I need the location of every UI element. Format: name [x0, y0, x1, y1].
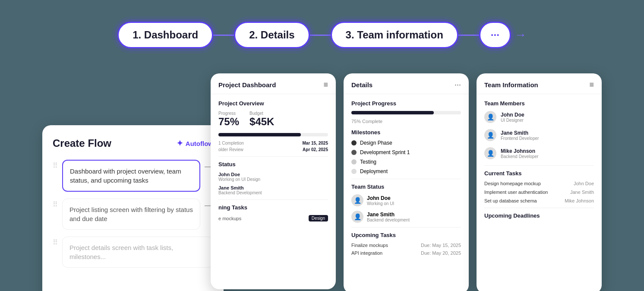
- milestone-item-4: Deployment: [351, 168, 461, 174]
- dashboard-panel: Project Dashboard ≡ Project Overview Pro…: [211, 73, 336, 289]
- dashboard-panel-header: Project Dashboard ≡: [211, 73, 336, 94]
- deadline-row-1: 1 Completion Mar 15, 2025: [218, 141, 328, 146]
- member-item-3: 👤 Mike Johnson Backend Developer: [484, 147, 594, 159]
- step-more-pill[interactable]: ···: [479, 22, 511, 48]
- budget-value: $45K: [249, 116, 274, 127]
- current-task-person-3: Mike Johnson: [565, 198, 594, 203]
- autoflow-badge[interactable]: ✦ Autoflow: [177, 139, 213, 148]
- flow-item-box-1[interactable]: Dashboard with project overview, team st…: [62, 160, 200, 192]
- member-item-2: 👤 Jane Smith Frontend Developer: [484, 129, 594, 141]
- create-flow-header: Create Flow ✦ Autoflow: [53, 137, 213, 149]
- progress-bar: [218, 133, 328, 136]
- upcoming-task-name-2: API integration: [351, 250, 382, 256]
- milestone-dot-2: [351, 150, 357, 155]
- upcoming-task-name-1: Finalize mockups: [351, 243, 388, 248]
- progress-stat: Progress 75%: [218, 111, 239, 128]
- milestone-label-3: Testing: [360, 159, 376, 165]
- autoflow-icon: ✦: [177, 139, 183, 148]
- team-status-item-2: 👤 Jane Smith Backend development: [351, 211, 461, 223]
- details-panel-title: Details: [351, 81, 373, 89]
- step-1-pill[interactable]: 1. Dashboard: [117, 22, 213, 48]
- details-divider-2: [351, 227, 461, 228]
- budget-stat: Budget $45K: [249, 111, 274, 128]
- status-item-2: Jane Smith Backend Development: [218, 185, 328, 195]
- team-members-title: Team Members: [484, 100, 594, 107]
- details-panel: Details ··· Project Progress 75% Complet…: [344, 73, 469, 291]
- progress-percent: 75% Complete: [351, 119, 461, 124]
- details-panel-content: Project Progress 75% Complete Milestones…: [344, 94, 469, 264]
- team-menu-icon[interactable]: ≡: [589, 80, 594, 89]
- step-2-pill[interactable]: 2. Details: [234, 22, 309, 48]
- dashboard-menu-icon[interactable]: ≡: [323, 80, 328, 89]
- current-task-name-2: Implement user authentication: [484, 190, 548, 195]
- milestone-label-2: Development Sprint 1: [360, 149, 410, 155]
- details-divider-1: [351, 179, 461, 179]
- deadline-date-1: Mar 15, 2025: [303, 141, 328, 146]
- status-section-title: Status: [218, 161, 328, 168]
- member-role-2: Frontend Developer: [501, 136, 539, 141]
- steps-arrow-icon: →: [515, 28, 527, 42]
- deadline-row-2: older Review Apr 02, 2025: [218, 147, 328, 152]
- team-panel-title: Team Information: [484, 81, 538, 89]
- upcoming-task-2: API integration Due: May 20, 2025: [351, 250, 461, 256]
- deadline-label-1: 1 Completion: [218, 141, 244, 146]
- dashboard-panel-content: Project Overview Progress 75% Budget $45…: [211, 94, 336, 231]
- details-panel-header: Details ···: [344, 73, 469, 94]
- milestone-item-3: Testing: [351, 159, 461, 165]
- flow-item-box-3: Project details screen with task lists, …: [62, 237, 213, 268]
- upcoming-task-date-1: Due: May 15, 2025: [421, 243, 461, 248]
- member-role-3: Backend Developer: [501, 154, 538, 159]
- member-name-2: Jane Smith: [501, 130, 539, 136]
- team-member-sub-1: Working on UI: [367, 201, 394, 206]
- current-task-3: Set up database schema Mike Johnson: [484, 198, 594, 203]
- team-member-sub-2: Backend development: [367, 218, 410, 222]
- current-task-person-2: Jane Smith: [570, 190, 594, 195]
- flow-item-1: ⠿ Dashboard with project overview, team …: [53, 160, 213, 192]
- flow-item-2: ⠿ Project listing screen with filtering …: [53, 199, 213, 230]
- details-progress-bar: [351, 111, 461, 114]
- current-task-name-1: Design homepage mockup: [484, 181, 541, 186]
- steps-navigation: 1. Dashboard 2. Details 3. Team informat…: [0, 22, 644, 48]
- upcoming-deadlines-title: Upcoming Deadlines: [484, 212, 594, 219]
- team-member-name-1: John Doe: [367, 195, 394, 201]
- create-flow-panel: Create Flow ✦ Autoflow ⠿ Dashboard with …: [42, 125, 224, 291]
- step-connector-1: [213, 35, 234, 36]
- tasks-section-title: ning Tasks: [218, 204, 328, 211]
- autoflow-label: Autoflow: [186, 140, 213, 147]
- member-item-1: 👤 John Doe UI Designer: [484, 111, 594, 123]
- details-menu-icon[interactable]: ···: [455, 80, 461, 89]
- dashboard-panel-title: Project Dashboard: [218, 81, 276, 89]
- stats-row: Progress 75% Budget $45K: [218, 111, 328, 128]
- create-flow-title: Create Flow: [53, 137, 111, 149]
- progress-label: Progress: [218, 111, 239, 116]
- milestone-dot-4: [351, 169, 357, 174]
- team-panel-header: Team Information ≡: [477, 73, 602, 94]
- upcoming-task-date-2: Due: May 20, 2025: [421, 250, 461, 256]
- status-name-1: John Doe: [218, 172, 328, 177]
- step-connector-3: [458, 35, 479, 36]
- team-divider-1: [484, 165, 594, 166]
- status-name-2: Jane Smith: [218, 185, 328, 190]
- drag-handle-1[interactable]: ⠿: [53, 161, 58, 170]
- milestone-item-1: Design Phase: [351, 140, 461, 146]
- step-3-pill[interactable]: 3. Team information: [331, 22, 458, 48]
- current-task-2: Implement user authentication Jane Smith: [484, 190, 594, 195]
- avatar-1: 👤: [351, 194, 363, 206]
- milestone-label-4: Deployment: [360, 168, 388, 174]
- task-name-1: e mockups: [218, 216, 241, 221]
- deadline-label-2: older Review: [218, 147, 243, 152]
- milestones-section-title: Milestones: [351, 129, 461, 136]
- status-item-1: John Doe Working on UI Design: [218, 172, 328, 182]
- status-sub-2: Backend Development: [218, 190, 328, 195]
- team-member-name-2: Jane Smith: [367, 212, 410, 218]
- progress-section-title: Project Progress: [351, 100, 461, 107]
- upcoming-tasks-title: Upcoming Tasks: [351, 232, 461, 238]
- flow-item-box-2[interactable]: Project listing screen with filtering by…: [62, 199, 200, 230]
- drag-handle-3[interactable]: ⠿: [53, 238, 58, 247]
- member-name-1: John Doe: [501, 112, 524, 118]
- progress-bar-fill: [218, 133, 301, 136]
- details-progress-bar-fill: [351, 111, 434, 114]
- team-status-item-1: 👤 John Doe Working on UI: [351, 194, 461, 206]
- flow-item-3: ⠿ Project details screen with task lists…: [53, 237, 213, 268]
- drag-handle-2[interactable]: ⠿: [53, 200, 58, 209]
